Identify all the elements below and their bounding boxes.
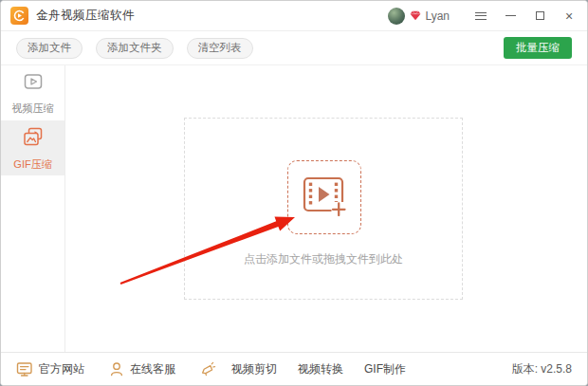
official-site-label: 官方网站: [39, 361, 84, 377]
clear-list-button[interactable]: 清空列表: [187, 38, 253, 59]
app-title: 金舟视频压缩软件: [36, 8, 135, 24]
statusbar: 官方网站 在线客服 视频剪切 视频转换 GIF制作 版本: v2.5.8: [1, 352, 587, 385]
sidebar-item-label: 视频压缩: [12, 101, 54, 116]
vip-gem-icon: [410, 10, 421, 21]
user-avatar[interactable]: [388, 8, 405, 25]
video-compress-icon: [21, 71, 46, 98]
app-logo-icon: [10, 7, 28, 25]
film-add-icon: [303, 175, 346, 220]
add-folder-button[interactable]: 添加文件夹: [96, 38, 174, 59]
user-name[interactable]: Lyan: [425, 9, 450, 23]
maximize-icon[interactable]: [533, 9, 546, 23]
video-cut-link[interactable]: 视频剪切: [231, 361, 277, 377]
close-icon[interactable]: ×: [562, 9, 576, 23]
batch-compress-button[interactable]: 批量压缩: [504, 37, 572, 59]
sidebar-item-label: GIF压缩: [13, 157, 51, 172]
file-drop-area[interactable]: 点击添加文件或拖拽文件到此处: [184, 118, 463, 300]
minimize-icon[interactable]: [504, 9, 517, 23]
sidebar: 视频压缩 GIF压缩: [1, 65, 65, 352]
megaphone-icon: [200, 361, 216, 377]
toolbar: 添加文件 添加文件夹 清空列表 批量压缩: [1, 31, 587, 64]
online-support-link[interactable]: 在线客服: [109, 361, 175, 377]
titlebar: 金舟视频压缩软件 Lyan ×: [1, 1, 587, 31]
person-icon: [109, 361, 124, 377]
online-support-label: 在线客服: [130, 361, 175, 377]
add-file-dropzone[interactable]: [287, 160, 361, 234]
add-file-button[interactable]: 添加文件: [16, 38, 83, 59]
main-panel: 点击添加文件或拖拽文件到此处: [65, 65, 587, 352]
sidebar-item-video-compress[interactable]: 视频压缩: [1, 65, 64, 120]
app-window: 金舟视频压缩软件 Lyan × 添加文件 添加文件夹 清空列表 批量压缩: [0, 0, 588, 386]
dropzone-hint-text: 点击添加文件或拖拽文件到此处: [185, 251, 462, 267]
sidebar-item-gif-compress[interactable]: GIF压缩: [1, 120, 64, 175]
menu-icon[interactable]: [474, 9, 487, 23]
video-convert-link[interactable]: 视频转换: [298, 361, 343, 377]
gif-maker-link[interactable]: GIF制作: [364, 361, 406, 377]
official-site-link[interactable]: 官方网站: [16, 361, 84, 377]
monitor-icon: [16, 361, 33, 377]
version-text: 版本: v2.5.8: [512, 361, 572, 377]
gif-compress-icon: [21, 125, 46, 154]
